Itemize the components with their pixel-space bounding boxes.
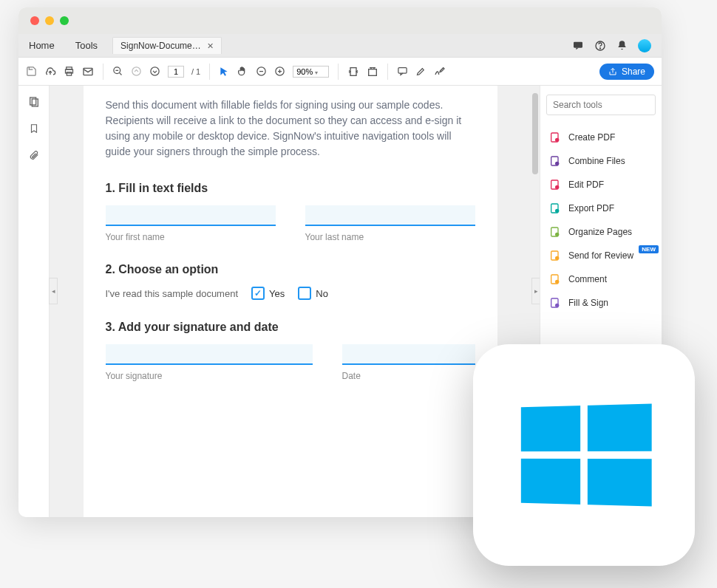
tool-label: Fill & Sign: [568, 298, 608, 308]
zoom-select[interactable]: 90% ▾: [293, 66, 329, 78]
share-label: Share: [622, 66, 645, 77]
signature-label: Your signature: [106, 371, 313, 381]
comment-icon[interactable]: [397, 66, 408, 77]
svg-point-8: [132, 67, 140, 75]
highlight-icon[interactable]: [415, 66, 427, 77]
tool-icon: [549, 155, 561, 167]
windows-logo-card: [473, 344, 695, 566]
thumbnails-icon[interactable]: [28, 96, 40, 108]
search-tools-input[interactable]: [546, 95, 656, 115]
save-icon[interactable]: [26, 66, 37, 77]
close-icon[interactable]: ✕: [207, 41, 214, 51]
zoom-minus-icon[interactable]: [256, 66, 267, 77]
avatar[interactable]: [638, 39, 651, 52]
share-icon: [608, 67, 617, 76]
cloud-upload-icon[interactable]: [44, 66, 56, 78]
page-down-icon[interactable]: [149, 66, 160, 77]
mail-icon[interactable]: [82, 66, 94, 78]
last-name-label: Your last name: [305, 232, 475, 242]
svg-point-20: [555, 162, 559, 165]
no-label: No: [316, 288, 328, 299]
last-name-input[interactable]: [305, 205, 475, 226]
document-page: Send this document with fillable fields …: [84, 86, 497, 517]
tool-icon: [549, 179, 561, 191]
tab-document[interactable]: SignNow-Docume… ✕: [112, 37, 222, 54]
section-3-heading: 3. Add your signature and date: [106, 321, 475, 334]
checkbox-no[interactable]: [298, 287, 311, 300]
bookmark-icon[interactable]: [29, 123, 39, 134]
windows-icon: [521, 403, 652, 506]
window-maximize-button[interactable]: [60, 16, 69, 25]
tool-icon: [549, 250, 561, 261]
tab-bar: Home Tools SignNow-Docume… ✕: [18, 34, 662, 58]
tab-document-label: SignNow-Docume…: [120, 41, 201, 51]
fit-page-icon[interactable]: [367, 66, 378, 78]
svg-point-24: [555, 209, 559, 213]
share-button[interactable]: Share: [599, 64, 654, 80]
tool-item-edit-pdf[interactable]: Edit PDF: [546, 173, 656, 196]
zoom-out-icon[interactable]: [112, 66, 123, 77]
window-minimize-button[interactable]: [45, 16, 54, 25]
svg-point-30: [555, 280, 559, 284]
checkbox-yes[interactable]: ✓: [251, 287, 265, 300]
svg-rect-14: [398, 68, 407, 74]
fit-width-icon[interactable]: [347, 66, 359, 78]
document-intro: Send this document with fillable fields …: [106, 98, 475, 160]
page-up-icon[interactable]: [131, 66, 142, 77]
tool-label: Send for Review: [568, 250, 633, 261]
tool-icon: [549, 297, 561, 309]
tool-icon: [549, 202, 561, 214]
svg-point-26: [555, 233, 559, 236]
signature-input[interactable]: [106, 344, 313, 365]
date-label: Date: [342, 371, 475, 381]
tool-label: Organize Pages: [568, 227, 632, 237]
tool-item-export-pdf[interactable]: Export PDF: [546, 196, 656, 220]
attachment-icon[interactable]: [29, 149, 39, 161]
first-name-label: Your first name: [106, 232, 276, 242]
tool-item-comment[interactable]: Comment: [546, 267, 656, 291]
zoom-plus-icon[interactable]: [274, 66, 285, 77]
tool-label: Export PDF: [568, 203, 614, 213]
scroll-thumb[interactable]: [532, 93, 538, 174]
bell-icon[interactable]: [616, 40, 628, 51]
tool-icon: [549, 226, 561, 238]
svg-point-28: [555, 256, 559, 260]
tool-item-organize-pages[interactable]: Organize Pages: [546, 220, 656, 244]
tool-icon: [549, 273, 561, 285]
window-close-button[interactable]: [30, 16, 39, 25]
section-1-heading: 1. Fill in text fields: [106, 182, 475, 195]
print-icon[interactable]: [64, 66, 75, 77]
titlebar: [18, 7, 662, 34]
date-input[interactable]: [342, 344, 475, 365]
hand-icon[interactable]: [237, 66, 248, 78]
collapse-left-handle[interactable]: ◂: [49, 278, 58, 304]
document-area: ◂ Send this document with fillable field…: [50, 86, 540, 517]
left-sidebar: [18, 86, 50, 517]
tool-label: Edit PDF: [568, 180, 604, 190]
tool-item-create-pdf[interactable]: Create PDF: [546, 126, 656, 149]
svg-rect-0: [574, 41, 582, 47]
svg-point-2: [599, 47, 600, 48]
tool-item-combine-files[interactable]: Combine Files: [546, 149, 656, 173]
tool-label: Comment: [568, 274, 607, 284]
tool-item-fill-sign[interactable]: Fill & Sign: [546, 291, 656, 315]
yes-label: Yes: [269, 288, 285, 299]
badge-new: NEW: [639, 245, 659, 253]
tool-label: Combine Files: [568, 156, 625, 166]
tool-label: Create PDF: [568, 132, 615, 143]
pointer-icon[interactable]: [219, 66, 229, 77]
tab-home[interactable]: Home: [18, 34, 65, 57]
chat-icon[interactable]: [572, 40, 584, 52]
consent-text: I've read this sample document: [106, 288, 239, 299]
toolbar: / 1 90% ▾ Share: [18, 58, 662, 86]
tool-icon: [549, 131, 561, 143]
page-total: / 1: [191, 67, 200, 76]
page-number-input[interactable]: [168, 66, 184, 78]
tool-item-send-for-review[interactable]: Send for ReviewNEW: [546, 244, 656, 267]
svg-point-22: [555, 185, 559, 189]
svg-point-32: [555, 304, 559, 307]
tab-tools[interactable]: Tools: [65, 34, 108, 57]
help-icon[interactable]: [594, 40, 606, 52]
first-name-input[interactable]: [106, 205, 276, 226]
sign-icon[interactable]: [434, 66, 446, 78]
